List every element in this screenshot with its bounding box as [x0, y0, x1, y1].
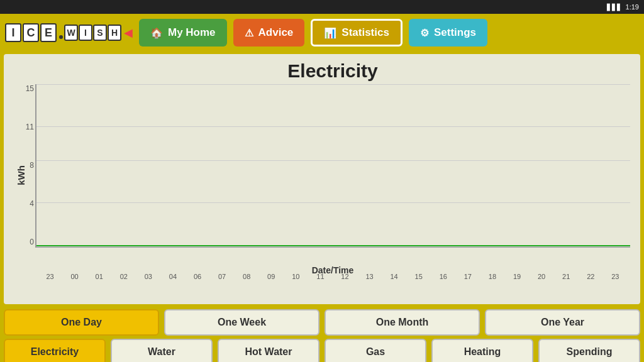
- x-tick: 15: [406, 273, 431, 280]
- x-tick: 23: [38, 273, 62, 280]
- logo-C: C: [23, 23, 39, 42]
- x-tick: 07: [210, 273, 235, 280]
- x-tick: 04: [160, 273, 185, 280]
- logo-I: I: [5, 23, 21, 42]
- x-tick: 13: [357, 273, 382, 280]
- x-tick: 03: [136, 273, 160, 280]
- x-tick: 11: [308, 273, 333, 280]
- home-button-label: My Home: [168, 26, 216, 39]
- bars-container: [36, 84, 630, 246]
- logo-H: H: [108, 25, 121, 41]
- logo-W: W: [64, 25, 78, 41]
- baseline: [36, 245, 630, 246]
- logo: I C E W I S H ◀: [5, 23, 133, 42]
- x-tick: 16: [431, 273, 455, 280]
- y-tick-4: 4: [18, 199, 34, 208]
- heating-button[interactable]: Heating: [431, 339, 533, 362]
- x-tick: 00: [62, 273, 87, 280]
- status-bar: ▋▋▋ 1:19: [0, 0, 644, 14]
- y-tick-8: 8: [18, 161, 34, 170]
- chart-container: Electricity kWh 15 11 8 4 0: [4, 54, 640, 304]
- logo-E: E: [40, 23, 57, 42]
- settings-icon: ⚙: [420, 27, 429, 39]
- x-tick: 02: [111, 273, 136, 280]
- one-week-button[interactable]: One Week: [164, 309, 319, 336]
- x-tick: 12: [333, 273, 357, 280]
- advice-button[interactable]: ⚠ Advice: [233, 19, 305, 47]
- statistics-icon: 📊: [324, 27, 336, 39]
- header: I C E W I S H ◀ 🏠 My Home ⚠ Advice 📊 Sta…: [0, 14, 644, 52]
- x-tick: 18: [480, 273, 504, 280]
- logo-arrow-icon: ◀: [124, 26, 133, 40]
- x-tick: 10: [284, 273, 308, 280]
- x-tick: 23: [603, 273, 628, 280]
- statistics-button[interactable]: 📊 Statistics: [311, 19, 402, 47]
- hot-water-button[interactable]: Hot Water: [218, 339, 319, 362]
- x-tick: 14: [382, 273, 406, 280]
- grid-line-0: [36, 246, 630, 247]
- x-tick: 09: [259, 273, 284, 280]
- settings-button[interactable]: ⚙ Settings: [409, 19, 487, 47]
- x-tick: 22: [579, 273, 603, 280]
- signal-icon: ▋▋▋: [607, 4, 622, 11]
- x-tick: 06: [185, 273, 209, 280]
- one-month-button[interactable]: One Month: [325, 309, 480, 336]
- x-tick: 19: [504, 273, 529, 280]
- x-tick: 08: [235, 273, 259, 280]
- chart-area: kWh 15 11 8 4 0 2300010203: [35, 84, 630, 266]
- home-button[interactable]: 🏠 My Home: [139, 19, 227, 47]
- electricity-button[interactable]: Electricity: [4, 339, 106, 362]
- advice-icon: ⚠: [245, 27, 253, 39]
- chart-title: Electricity: [35, 60, 630, 82]
- x-tick: 20: [530, 273, 554, 280]
- period-buttons-row: One DayOne WeekOne MonthOne Year: [4, 309, 640, 336]
- x-axis: 2300010203040607080910111213141516171819…: [35, 272, 630, 280]
- statistics-button-label: Statistics: [341, 26, 389, 39]
- logo-S: S: [93, 25, 107, 41]
- water-button[interactable]: Water: [111, 339, 213, 362]
- logo-wish: W I S H: [64, 25, 121, 41]
- x-tick: 01: [87, 273, 111, 280]
- category-buttons-row: ElectricityWaterHot WaterGasHeatingSpend…: [4, 339, 640, 362]
- logo-dot: [59, 35, 63, 39]
- advice-button-label: Advice: [258, 26, 294, 39]
- y-tick-0: 0: [18, 238, 34, 246]
- chart-inner: 15 11 8 4 0: [35, 84, 630, 248]
- bottom-area: One DayOne WeekOne MonthOne Year Electri…: [0, 307, 644, 362]
- one-day-button[interactable]: One Day: [4, 309, 159, 336]
- y-ticks: 15 11 8 4 0: [18, 84, 34, 246]
- one-year-button[interactable]: One Year: [485, 309, 640, 336]
- gas-button[interactable]: Gas: [325, 339, 426, 362]
- spending-button[interactable]: Spending: [538, 339, 640, 362]
- x-tick: 21: [554, 273, 579, 280]
- status-time: 1:19: [626, 3, 639, 11]
- logo-ice: I C E: [5, 23, 57, 42]
- y-tick-15: 15: [18, 84, 34, 93]
- x-tick: 17: [455, 273, 480, 280]
- home-icon: 🏠: [150, 27, 163, 39]
- logo-I2: I: [79, 25, 92, 41]
- settings-button-label: Settings: [434, 26, 476, 39]
- y-tick-11: 11: [18, 123, 34, 131]
